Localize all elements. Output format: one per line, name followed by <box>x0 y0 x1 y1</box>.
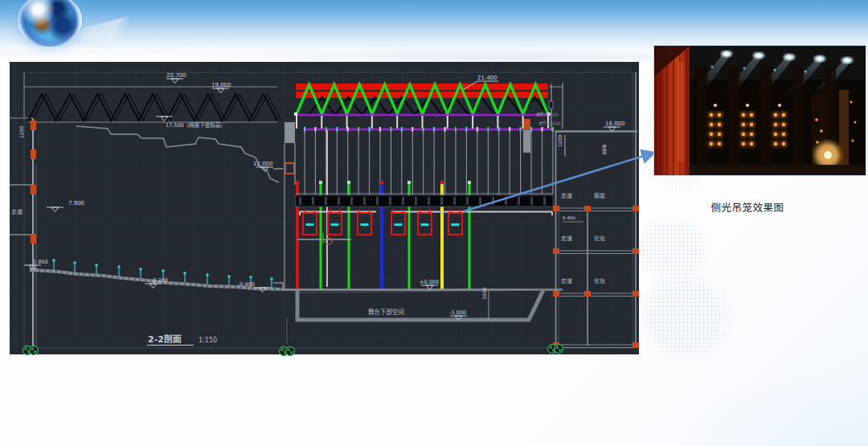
level-audience-low: -0.900 <box>238 281 255 288</box>
catwalk-gallery <box>296 195 553 207</box>
dim-pit-depth: 3000 <box>481 288 487 300</box>
level-audience-mid: -0.200 <box>151 277 168 284</box>
tiny-green-tag <box>322 233 324 243</box>
level-roof-right: 16.000 <box>605 121 625 127</box>
level-truss-bottom: 17.500（网架下弦标高） <box>166 121 226 129</box>
level-proscenium: 12.000 <box>253 161 273 167</box>
level-grid-top: 21.400 <box>477 75 497 81</box>
level-roof-top: 20.700 <box>166 72 186 79</box>
room-corridor-2: 走道 <box>561 235 572 242</box>
level-gallery: 7.900 <box>68 200 84 207</box>
level-truss-top: 19.000 <box>211 82 231 88</box>
room-costume: 服装 <box>594 192 605 199</box>
room-left: 走道 <box>11 208 23 215</box>
chord-end-left <box>294 113 297 116</box>
room-corridor-1: 走道 <box>561 192 572 199</box>
dim-right-wall: 1200 <box>557 135 563 147</box>
tiny-label-1: 栅顶(马道标高) <box>536 112 559 117</box>
level-stage-floor: ±0.000 <box>420 279 439 285</box>
red-curtain <box>654 46 690 175</box>
photo-floor <box>688 165 866 175</box>
room-corridor-3: 走道 <box>561 277 572 284</box>
presentation-slide: 20.700 19.000 17.500（网架下弦标高） 21.400 16.0… <box>0 0 868 446</box>
side-light-cage-photo <box>653 45 866 176</box>
room-makeup-2: 化妆 <box>594 277 605 284</box>
understage-label: 舞台下部空间 <box>368 308 404 316</box>
section-title: 2-2剖面 <box>148 333 182 345</box>
dim-left-wall: 1200 <box>18 126 24 138</box>
level-pit-floor: -3.000 <box>449 309 466 316</box>
tiny-label-2: 台口(梁底标高) <box>538 121 562 126</box>
level-room: 6.400 <box>563 215 575 220</box>
photo-caption: 侧光吊笼效果图 <box>678 199 817 215</box>
level-audience-high: 1.950 <box>33 259 48 265</box>
room-makeup-1: 化妆 <box>594 235 605 242</box>
roof-label: 屋面 <box>602 145 608 155</box>
section-scale: 1:150 <box>199 337 217 344</box>
